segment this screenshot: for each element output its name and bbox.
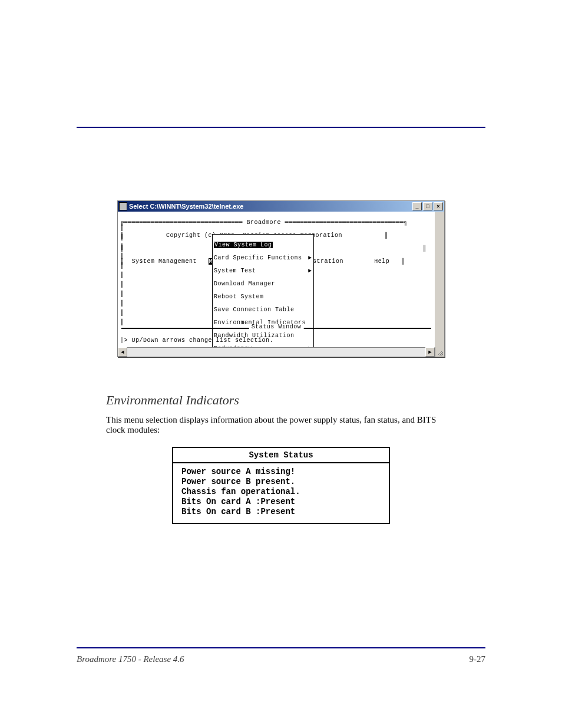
menu-system-management[interactable]: System Management	[132, 258, 197, 265]
scroll-right-arrow[interactable]: ►	[425, 347, 435, 357]
left-border-bars: ║║║║║║║║║║║	[120, 223, 124, 330]
minimize-button[interactable]: _	[412, 202, 422, 210]
subsection-heading: Environmental Indicators	[106, 393, 456, 408]
page-content: Select C:\WINNT\System32\telnet.exe _ □ …	[106, 165, 456, 524]
telnet-screenshot: Select C:\WINNT\System32\telnet.exe _ □ …	[117, 200, 445, 357]
menu-item-save-connection[interactable]: Save Connection Table	[214, 307, 312, 313]
window-title: Select C:\WINNT\System32\telnet.exe	[129, 203, 411, 210]
horizontal-scrollbar[interactable]: ◄ ►	[118, 347, 444, 357]
status-line-2: Chassis fan operational.	[181, 487, 300, 496]
menu-item-system-test[interactable]: System Test►	[214, 268, 312, 274]
menu-item-card-specific[interactable]: Card Specific Functions►	[214, 255, 312, 261]
scroll-track[interactable]	[435, 221, 444, 338]
footer-left: Broadmore 1750 - Release 4.6	[77, 654, 184, 664]
status-window-label: Status Window	[249, 324, 304, 330]
subsection-body: This menu selection displays information…	[106, 415, 456, 435]
menu-item-download-manager[interactable]: Download Manager	[214, 281, 312, 287]
status-line-1: Power source B present.	[181, 477, 295, 486]
status-line-4: Bits On card B :Present	[181, 507, 295, 516]
header-rule	[77, 127, 485, 128]
hscroll-track[interactable]	[127, 347, 425, 357]
telnet-window: Select C:\WINNT\System32\telnet.exe _ □ …	[117, 200, 445, 357]
scroll-left-arrow[interactable]: ◄	[118, 347, 127, 357]
scroll-down-arrow[interactable]: ▼	[435, 338, 444, 347]
footer-rule	[77, 647, 485, 648]
maximize-button[interactable]: □	[423, 202, 432, 210]
status-line-0: Power source A missing!	[181, 467, 295, 476]
menu-help[interactable]: Help	[374, 258, 389, 265]
console-area: ▲ ▼ ╔═══════════════════════════════ Bro…	[118, 212, 444, 347]
titlebar: Select C:\WINNT\System32\telnet.exe _ □ …	[118, 201, 444, 212]
subsection-env-indicators: Environmental Indicators This menu selec…	[106, 393, 456, 524]
header-area	[77, 127, 485, 134]
maintenance-dropdown: View System Log Card Specific Functions►…	[212, 234, 314, 347]
status-box-body: Power source A missing! Power source B p…	[173, 463, 389, 523]
app-name: Broadmore	[247, 219, 282, 226]
menu-item-view-system-log[interactable]: View System Log	[214, 242, 312, 248]
resize-grip[interactable]	[435, 347, 444, 357]
system-status-box: System Status Power source A missing! Po…	[172, 447, 390, 524]
menu-item-reboot-system[interactable]: Reboot System	[214, 294, 312, 300]
status-box-title: System Status	[173, 448, 389, 463]
status-hint: |> Up/Down arrows change list selection.	[120, 337, 273, 344]
close-button[interactable]: ×	[434, 202, 443, 210]
scroll-up-arrow[interactable]: ▲	[435, 212, 444, 221]
vertical-scrollbar[interactable]: ▲ ▼	[435, 212, 444, 347]
app-icon	[119, 202, 127, 210]
status-line-3: Bits On card A :Present	[181, 497, 295, 506]
footer-right: 9-27	[470, 654, 486, 664]
